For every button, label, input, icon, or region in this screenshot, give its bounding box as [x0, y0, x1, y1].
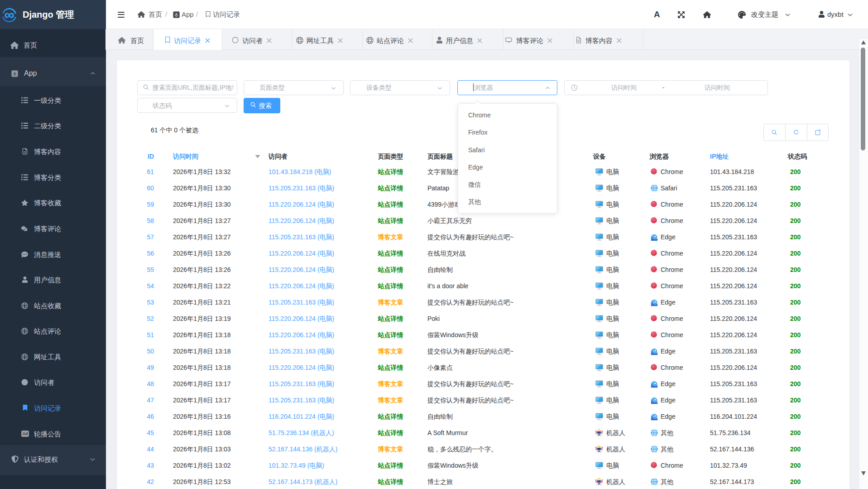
svg-text:∞: ∞ [4, 8, 14, 23]
